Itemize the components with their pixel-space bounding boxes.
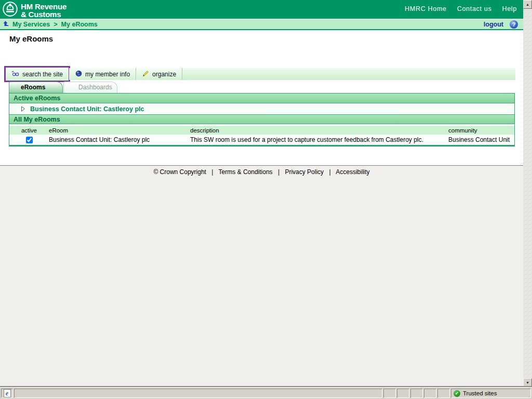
glasses-icon: [11, 71, 19, 78]
hmrc-crown-icon: [2, 1, 18, 19]
privacy-policy-link[interactable]: Privacy Policy: [285, 168, 324, 176]
terms-conditions-link[interactable]: Terms & Conditions: [219, 168, 273, 176]
accessibility-link[interactable]: Accessibility: [336, 168, 369, 176]
status-bar: e ✓ Trusted sites: [0, 387, 532, 399]
status-page-panel: e: [1, 389, 13, 398]
my-member-info-label: my member info: [85, 71, 130, 78]
scroll-down-button[interactable]: ▼: [523, 378, 532, 387]
eroom-cell[interactable]: Business Contact Unit: Castleroy plc: [49, 135, 190, 145]
organize-label: organize: [152, 71, 176, 78]
column-header-active: active: [9, 126, 49, 135]
hmrc-logo: HM Revenue & Customs: [2, 1, 66, 19]
member-globe-icon: [75, 70, 82, 78]
breadcrumb-bar: My Services > My eRooms logout ?: [0, 19, 523, 30]
organize-button[interactable]: organize: [136, 68, 182, 80]
active-eroom-row: Business Contact Unit: Castleroy plc: [9, 103, 514, 114]
search-the-site-button[interactable]: search the site: [5, 68, 69, 80]
logo-text: HM Revenue & Customs: [21, 3, 66, 18]
crown-copyright-text: © Crown Copyright: [153, 168, 206, 176]
erooms-table: active eRoom description community Busin…: [9, 126, 514, 145]
security-zone-label: Trusted sites: [463, 390, 497, 396]
active-eroom-link[interactable]: Business Contact Unit: Castleroy plc: [30, 105, 144, 113]
footer-separator: |: [278, 168, 280, 176]
status-panel: [383, 389, 396, 398]
scroll-up-button[interactable]: ▲: [523, 0, 532, 9]
my-member-info-button[interactable]: my member info: [69, 68, 136, 80]
column-header-eroom: eRoom: [49, 126, 190, 135]
status-panel: [424, 389, 436, 398]
hmrc-home-link[interactable]: HMRC Home: [405, 5, 447, 12]
back-up-arrow-icon[interactable]: [3, 20, 9, 28]
trusted-sites-icon: ✓: [454, 390, 460, 397]
ie-page-icon: e: [4, 389, 11, 397]
active-erooms-header: Active eRooms: [9, 94, 514, 103]
security-zone-panel: ✓ Trusted sites: [451, 389, 531, 398]
column-header-community: community: [448, 126, 514, 135]
tab-strip: eRooms Dashboards: [9, 82, 117, 93]
footer: © Crown Copyright | Terms & Conditions |…: [0, 166, 523, 176]
status-panel: [397, 389, 409, 398]
footer-separator: |: [211, 168, 213, 176]
breadcrumb-right: logout ?: [484, 20, 518, 29]
breadcrumb-separator: >: [54, 21, 57, 28]
table-header-row: active eRoom description community: [9, 126, 514, 135]
page-content: HM Revenue & Customs HMRC Home Contact u…: [0, 0, 523, 387]
active-checkbox-cell: [9, 135, 49, 145]
breadcrumb-my-erooms[interactable]: My eRooms: [61, 21, 98, 28]
help-icon[interactable]: ?: [510, 20, 518, 29]
search-the-site-label: search the site: [22, 71, 63, 78]
help-link[interactable]: Help: [502, 5, 517, 12]
table-row: Business Contact Unit: Castleroy plc Thi…: [9, 135, 514, 145]
breadcrumb-my-services[interactable]: My Services: [12, 21, 50, 28]
active-checkbox[interactable]: [26, 137, 33, 143]
status-message-panel: [14, 389, 382, 398]
erooms-panel: Active eRooms Business Contact Unit: Cas…: [9, 93, 515, 147]
page-title: My eRooms: [9, 34, 53, 43]
community-cell: Business Contact Unit: [448, 135, 514, 145]
column-header-description: description: [190, 126, 448, 135]
status-panel: [437, 389, 450, 398]
header-links: HMRC Home Contact us Help: [405, 5, 517, 12]
all-my-erooms-header: All My eRooms: [9, 114, 514, 124]
contact-us-link[interactable]: Contact us: [457, 5, 492, 12]
footer-separator: |: [329, 168, 330, 176]
status-panel: [410, 389, 423, 398]
page-background: © Crown Copyright | Terms & Conditions |…: [0, 166, 523, 387]
site-header: HM Revenue & Customs HMRC Home Contact u…: [0, 0, 523, 19]
tab-dashboards[interactable]: Dashboards: [63, 82, 117, 93]
eroom-toolbar: search the site my member info: [5, 68, 515, 80]
description-cell: This SW room is used for a project to ca…: [190, 135, 448, 145]
vertical-scrollbar[interactable]: ▲ ▼: [523, 0, 532, 387]
logout-link[interactable]: logout: [484, 21, 503, 28]
browser-viewport: HM Revenue & Customs HMRC Home Contact u…: [0, 0, 532, 399]
tab-erooms[interactable]: eRooms: [9, 82, 63, 93]
expand-triangle-icon[interactable]: [21, 104, 25, 114]
pencil-icon: [142, 70, 149, 78]
